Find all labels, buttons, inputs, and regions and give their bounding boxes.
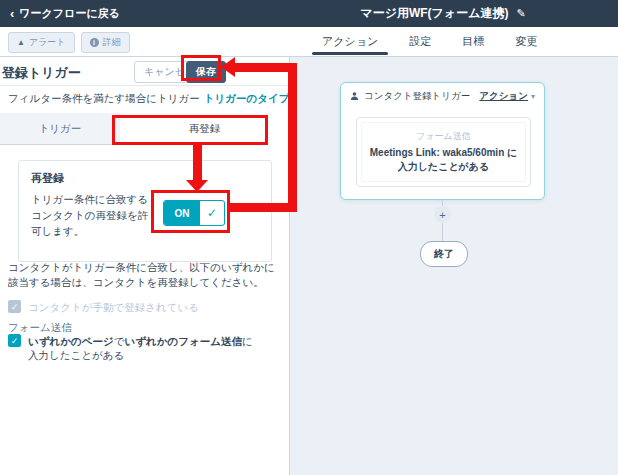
trigger-card-actions-dropdown[interactable]: アクション ▾ [479, 90, 535, 103]
tab-trigger[interactable]: トリガー [0, 113, 120, 145]
warning-triangle-icon: ▲ [17, 39, 25, 47]
filter-text: フィルター条件を満たす場合にトリガー [8, 92, 200, 106]
toolbar-buttons: ▲ アラート i 詳細 [8, 32, 130, 53]
chevron-left-icon: ‹ [10, 7, 14, 20]
manual-enrollment-label: コンタクトが手動で登録されている [28, 300, 199, 314]
contact-enrollment-trigger-card[interactable]: コンタクト登録トリガー アクション ▾ フォーム送信 Meetings Link… [340, 82, 545, 200]
enrollment-trigger-panel: 登録トリガー キャンセル 保存 フィルター条件を満たす場合にトリガー トリガーの… [0, 57, 290, 475]
tab-goals[interactable]: 目標 [460, 27, 486, 56]
trigger-condition-box[interactable]: フォーム送信 Meetings Link: waka5/60min に 入力した… [356, 117, 531, 187]
caret-down-icon: ▾ [531, 92, 535, 101]
reenrollment-criteria-intro: コンタクトがトリガー条件に合致し、以下のいずれかに該当する場合は、コンタクトを再… [8, 260, 281, 290]
back-to-workflows-link[interactable]: ‹ ワークフローに戻る [10, 6, 120, 21]
form-submission-checkbox-row: ✓ いずれかのページでいずれかのフォーム送信に 入力したことがある [8, 334, 253, 362]
reenrollment-card-title: 再登録 [31, 171, 64, 186]
details-label: 詳細 [103, 36, 121, 49]
tab-settings[interactable]: 設定 [407, 27, 433, 56]
alerts-label: アラート [29, 36, 66, 49]
tab-actions[interactable]: アクション [320, 27, 380, 56]
manual-enrollment-checkbox-row: ✓ コンタクトが手動で登録されている [8, 300, 199, 314]
tab-changes[interactable]: 変更 [513, 27, 539, 56]
form-submission-label-line2: 入力したことがある [28, 349, 124, 361]
trigger-card-header: コンタクト登録トリガー アクション ▾ [341, 83, 544, 109]
secondary-toolbar: ▲ アラート i 詳細 アクション 設定 目標 変更 [0, 27, 618, 57]
manual-enrollment-checkbox: ✓ [8, 300, 21, 313]
condition-text: Meetings Link: waka5/60min に 入力したことがある [370, 146, 518, 174]
tab-reenrollment[interactable]: 再登録 [120, 113, 289, 145]
reenrollment-toggle[interactable]: ON ✓ [163, 200, 225, 226]
trigger-card-title: コンタクト登録トリガー [364, 90, 470, 103]
edit-pencil-icon[interactable]: ✎ [516, 7, 525, 20]
panel-header: 登録トリガー キャンセル 保存 [0, 57, 289, 86]
workflow-end-node: 終了 [420, 241, 468, 267]
panel-title: 登録トリガー [2, 64, 81, 82]
condition-type-label: フォーム送信 [416, 130, 471, 143]
toggle-check-icon: ✓ [200, 201, 224, 225]
workflow-canvas: コンタクト登録トリガー アクション ▾ フォーム送信 Meetings Link… [290, 57, 618, 475]
toggle-on-label: ON [164, 201, 200, 225]
plus-icon: + [439, 209, 445, 221]
workflow-title: マージ用WF(フォーム連携) ✎ [360, 0, 525, 27]
alerts-button[interactable]: ▲ アラート [8, 32, 75, 53]
reenrollment-card-description: トリガー条件に合致するコンタクトの再登録を許可します。 [31, 191, 153, 239]
info-icon: i [90, 38, 99, 47]
form-submission-checkbox[interactable]: ✓ [8, 334, 21, 347]
form-submission-section-label: フォーム送信 [8, 321, 72, 335]
back-label: ワークフローに戻る [19, 6, 120, 21]
form-submission-label: いずれかのページでいずれかのフォーム送信に 入力したことがある [28, 334, 253, 362]
add-action-button[interactable]: + [434, 206, 451, 223]
trigger-card-title-wrap: コンタクト登録トリガー [350, 90, 470, 103]
details-button[interactable]: i 詳細 [81, 32, 130, 53]
panel-tabs: トリガー 再登録 [0, 113, 289, 145]
contact-person-icon [350, 91, 359, 101]
save-button[interactable]: 保存 [186, 61, 226, 83]
workflow-main-tabs: アクション 設定 目標 変更 [320, 27, 539, 56]
reenrollment-card: 再登録 トリガー条件に合致するコンタクトの再登録を許可します。 ON ✓ [18, 160, 272, 262]
filter-condition-row: フィルター条件を満たす場合にトリガー トリガーのタイプを変更 [0, 85, 289, 113]
workflow-title-text: マージ用WF(フォーム連携) [360, 5, 508, 22]
